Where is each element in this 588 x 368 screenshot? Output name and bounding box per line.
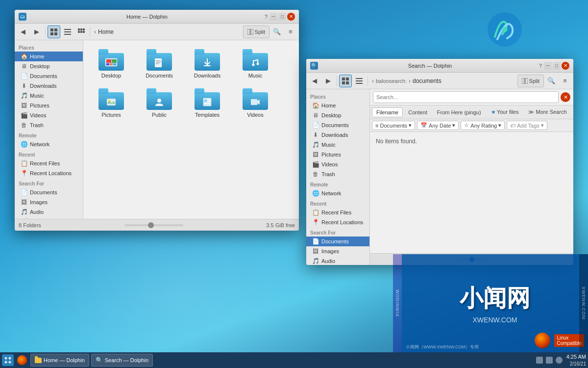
help-icon[interactable]: ? bbox=[265, 14, 268, 20]
taskbar-clock[interactable]: 4:25 AM 2/16/21 bbox=[566, 353, 586, 367]
sidebar-search-images[interactable]: 🖼 Images bbox=[15, 197, 83, 207]
search-sidebar-network[interactable]: 🌐 Network bbox=[306, 188, 369, 198]
filter-documents-dropdown[interactable]: ≡ Documents ▾ bbox=[372, 121, 415, 130]
search-sidebar-recent-locations[interactable]: 📍 Recent Locations bbox=[306, 217, 369, 227]
view-details-button[interactable] bbox=[61, 26, 74, 38]
search-sidebar-documents-search[interactable]: 📄 Documents bbox=[306, 237, 369, 246]
sidebar-item-desktop[interactable]: 🖥 Desktop bbox=[15, 61, 83, 71]
firefox-taskbar-button[interactable] bbox=[16, 354, 28, 367]
search-sidebar-documents[interactable]: 📄 Documents bbox=[306, 120, 369, 130]
svg-rect-9 bbox=[78, 28, 80, 30]
sidebar-item-pictures[interactable]: 🖼 Pictures bbox=[15, 101, 83, 110]
folder-icon-templates bbox=[195, 88, 220, 110]
svg-point-32 bbox=[157, 99, 161, 103]
places-label: Places bbox=[15, 42, 83, 52]
breadcrumb-home[interactable]: Home bbox=[98, 28, 114, 35]
search-help-icon[interactable]: ? bbox=[539, 63, 542, 69]
tray-icon-3[interactable] bbox=[556, 357, 563, 364]
app-menu-button[interactable] bbox=[2, 354, 14, 366]
search-close-button[interactable]: ✕ bbox=[562, 62, 569, 70]
forward-button[interactable]: ▶ bbox=[30, 26, 43, 38]
zoom-slider-thumb[interactable] bbox=[148, 222, 154, 228]
search-button[interactable]: 🔍 bbox=[270, 26, 283, 38]
home-window-controls: ─ □ ✕ bbox=[270, 13, 295, 21]
sidebar-search-documents[interactable]: 📄 Documents bbox=[15, 187, 83, 197]
sidebar-item-recent-files[interactable]: 📋 Recent Files bbox=[15, 158, 83, 168]
file-label-desktop: Desktop bbox=[101, 73, 121, 79]
sidebar-item-downloads[interactable]: ⬇ Downloads bbox=[15, 81, 83, 91]
svg-point-49 bbox=[9, 357, 11, 360]
zoom-slider-track[interactable] bbox=[124, 224, 183, 226]
filter-doc-arrow: ▾ bbox=[409, 122, 412, 129]
file-item-music[interactable]: Music bbox=[233, 46, 277, 81]
taskbar-search-dolphin[interactable]: 🔍 Search — Dolphin bbox=[91, 354, 153, 367]
search-search-button[interactable]: 🔍 bbox=[545, 75, 558, 87]
sidebar-item-documents[interactable]: 📄 Documents bbox=[15, 71, 83, 81]
search-breadcrumb-location[interactable]: documents bbox=[413, 78, 441, 84]
search-sidebar-pictures[interactable]: 🖼 Pictures bbox=[306, 150, 369, 159]
search-sidebar-trash[interactable]: 🗑 Trash bbox=[306, 169, 369, 179]
search-view-icons-button[interactable] bbox=[339, 75, 352, 87]
file-item-downloads[interactable]: Downloads bbox=[185, 46, 229, 81]
sidebar-search-audio[interactable]: 🎵 Audio bbox=[15, 207, 83, 217]
search-sidebar-recent-files[interactable]: 📋 Recent Files bbox=[306, 208, 369, 217]
tab-from-here[interactable]: From Here (pingu) bbox=[433, 107, 486, 117]
search-forward-button[interactable]: ▶ bbox=[322, 75, 335, 87]
sidebar-item-network[interactable]: 🌐 Network bbox=[15, 139, 83, 149]
search-input[interactable] bbox=[373, 91, 559, 103]
filter-add-tags[interactable]: 🏷 Add Tags ▾ bbox=[507, 121, 547, 130]
folder-icon-documents bbox=[147, 49, 172, 71]
sidebar-search-doc-label: Documents bbox=[30, 189, 57, 195]
tray-icon-1[interactable] bbox=[536, 357, 543, 364]
filter-date-dropdown[interactable]: 📅 Any Date ▾ bbox=[417, 121, 459, 130]
maximize-button[interactable]: □ bbox=[278, 13, 286, 21]
home-sidebar: Places 🏠 Home 🖥 Desktop 📄 Documents ⬇ Do… bbox=[15, 40, 83, 219]
home-window-icon: 🗂 bbox=[19, 13, 26, 21]
file-item-public[interactable]: Public bbox=[137, 85, 181, 121]
sidebar-item-videos[interactable]: 🎬 Videos bbox=[15, 110, 83, 120]
sidebar-item-recent-locations[interactable]: 📍 Recent Locations bbox=[15, 168, 83, 178]
svg-rect-36 bbox=[208, 101, 210, 102]
split-button[interactable]: Split bbox=[243, 26, 270, 38]
sidebar-item-music[interactable]: 🎵 Music bbox=[15, 91, 83, 101]
hamburger-menu-button[interactable]: ≡ bbox=[284, 26, 297, 38]
search-sidebar-images-search[interactable]: 🖼 Images bbox=[306, 246, 369, 256]
search-minimize-button[interactable]: ─ bbox=[544, 62, 552, 70]
file-item-desktop[interactable]: Desktop bbox=[89, 46, 133, 81]
search-clear-button[interactable]: ✕ bbox=[561, 92, 570, 102]
search-maximize-button[interactable]: □ bbox=[553, 62, 561, 70]
file-item-documents[interactable]: Documents bbox=[137, 46, 181, 81]
file-item-templates[interactable]: Templates bbox=[185, 85, 229, 121]
search-split-button[interactable]: Split bbox=[517, 75, 544, 87]
search-sidebar-home[interactable]: 🏠 Home bbox=[306, 101, 369, 110]
s-search-audio-icon: 🎵 bbox=[312, 258, 319, 264]
search-sidebar-videos[interactable]: 🎬 Videos bbox=[306, 159, 369, 169]
view-icons-button[interactable] bbox=[48, 26, 60, 38]
tab-your-files[interactable]: ★Your files bbox=[487, 107, 523, 117]
taskbar-home-dolphin[interactable]: Home — Dolphin bbox=[30, 354, 89, 367]
file-item-videos[interactable]: Videos bbox=[233, 85, 277, 121]
view-compact-button[interactable] bbox=[75, 26, 88, 38]
close-button[interactable]: ✕ bbox=[287, 13, 295, 21]
search-view-details-button[interactable] bbox=[353, 75, 366, 87]
search-menu-button[interactable]: ≡ bbox=[559, 75, 571, 87]
search-back-button[interactable]: ◀ bbox=[308, 75, 321, 87]
search-sidebar-music[interactable]: 🎵 Music bbox=[306, 140, 369, 150]
search-sidebar-audio-search[interactable]: 🎵 Audio bbox=[306, 256, 369, 265]
sidebar-item-trash[interactable]: 🗑 Trash bbox=[15, 120, 83, 130]
search-bar-area: ✕ bbox=[370, 89, 573, 105]
tab-filename[interactable]: Filename bbox=[372, 107, 403, 117]
filter-rating-dropdown[interactable]: ☆ Any Rating ▾ bbox=[461, 121, 505, 130]
tab-more-search[interactable]: ≫ More Search bbox=[524, 107, 571, 117]
back-button[interactable]: ◀ bbox=[17, 26, 29, 38]
minimize-button[interactable]: ─ bbox=[270, 13, 277, 21]
search-sidebar-downloads[interactable]: ⬇ Downloads bbox=[306, 130, 369, 140]
svg-rect-14 bbox=[83, 31, 85, 33]
file-item-pictures[interactable]: Pictures bbox=[89, 85, 133, 121]
folder-icon-pictures bbox=[98, 88, 124, 110]
tab-content[interactable]: Content bbox=[404, 107, 432, 117]
search-sidebar-desktop[interactable]: 🖥 Desktop bbox=[306, 110, 369, 120]
search-tabs-bar: Filename Content From Here (pingu) ★Your… bbox=[370, 105, 573, 119]
tray-icon-2[interactable] bbox=[546, 357, 553, 364]
sidebar-item-home[interactable]: 🏠 Home bbox=[15, 52, 83, 61]
